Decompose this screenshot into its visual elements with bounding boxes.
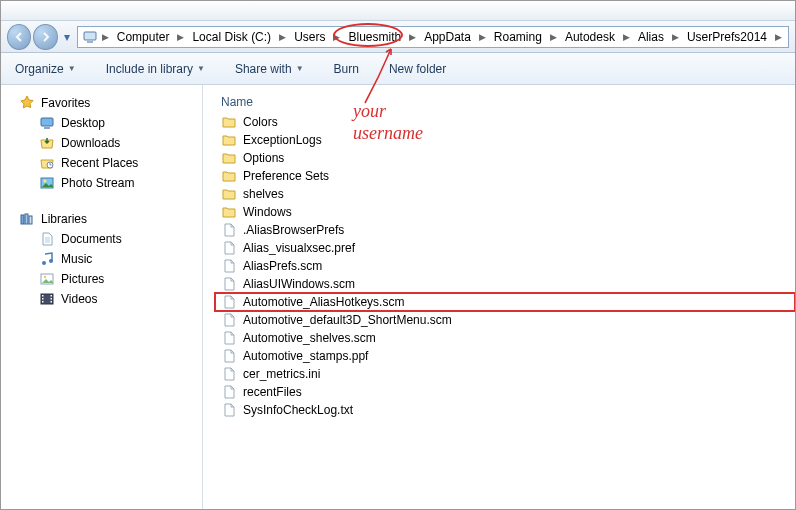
- svg-point-11: [49, 259, 53, 263]
- folder-row[interactable]: Preference Sets: [215, 167, 795, 185]
- file-row[interactable]: SysInfoCheckLog.txt: [215, 401, 795, 419]
- folder-row[interactable]: shelves: [215, 185, 795, 203]
- breadcrumb-box[interactable]: ▶ Computer ▶ Local Disk (C:) ▶ Users ▶ B…: [77, 26, 789, 48]
- arrow-right-icon: [40, 31, 52, 43]
- share-with-button[interactable]: Share with▼: [231, 58, 308, 80]
- nav-item-label: Pictures: [61, 272, 104, 286]
- nav-back-button[interactable]: [7, 24, 31, 50]
- star-icon: [19, 95, 35, 111]
- file-row[interactable]: Alias_visualxsec.pref: [215, 239, 795, 257]
- file-row[interactable]: Automotive_default3D_ShortMenu.scm: [215, 311, 795, 329]
- nav-forward-button[interactable]: [33, 24, 57, 50]
- folder-icon: [221, 186, 237, 202]
- nav-item-documents[interactable]: Documents: [1, 229, 202, 249]
- music-icon: [39, 251, 55, 267]
- burn-button[interactable]: Burn: [330, 58, 363, 80]
- file-row[interactable]: cer_metrics.ini: [215, 365, 795, 383]
- svg-point-6: [44, 180, 47, 183]
- chevron-right-icon[interactable]: ▶: [331, 32, 342, 42]
- file-list-pane: Name ColorsExceptionLogsOptionsPreferenc…: [203, 85, 795, 509]
- chevron-right-icon[interactable]: ▶: [407, 32, 418, 42]
- address-bar: ▾ ▶ Computer ▶ Local Disk (C:) ▶ Users ▶…: [1, 21, 795, 53]
- item-name: Automotive_shelves.scm: [243, 331, 376, 345]
- item-name: AliasPrefs.scm: [243, 259, 322, 273]
- file-row[interactable]: Automotive_shelves.scm: [215, 329, 795, 347]
- column-header-name[interactable]: Name: [215, 91, 795, 113]
- breadcrumb-item[interactable]: Bluesmith: [344, 28, 405, 46]
- nav-item-label: Desktop: [61, 116, 105, 130]
- item-name: cer_metrics.ini: [243, 367, 320, 381]
- file-icon: [221, 258, 237, 274]
- breadcrumb-item[interactable]: Autodesk: [561, 28, 619, 46]
- file-row[interactable]: Automotive_AliasHotkeys.scm: [215, 293, 795, 311]
- svg-rect-16: [42, 298, 44, 300]
- breadcrumb-item[interactable]: Users: [290, 28, 329, 46]
- item-name: Colors: [243, 115, 278, 129]
- svg-rect-17: [42, 301, 44, 303]
- chevron-right-icon[interactable]: ▶: [670, 32, 681, 42]
- folder-row[interactable]: ExceptionLogs: [215, 131, 795, 149]
- chevron-right-icon[interactable]: ▶: [477, 32, 488, 42]
- libraries-group[interactable]: Libraries: [1, 209, 202, 229]
- svg-rect-18: [51, 295, 53, 297]
- chevron-right-icon[interactable]: ▶: [773, 32, 784, 42]
- item-name: recentFiles: [243, 385, 302, 399]
- file-icon: [221, 240, 237, 256]
- folder-row[interactable]: Windows: [215, 203, 795, 221]
- videos-icon: [39, 291, 55, 307]
- chevron-right-icon[interactable]: ▶: [621, 32, 632, 42]
- breadcrumb-item[interactable]: UserPrefs2014: [683, 28, 771, 46]
- file-icon: [221, 330, 237, 346]
- nav-item-photostream[interactable]: Photo Stream: [1, 173, 202, 193]
- nav-item-recent[interactable]: Recent Places: [1, 153, 202, 173]
- favorites-group[interactable]: Favorites: [1, 93, 202, 113]
- nav-item-label: Recent Places: [61, 156, 138, 170]
- documents-icon: [39, 231, 55, 247]
- nav-item-downloads[interactable]: Downloads: [1, 133, 202, 153]
- svg-rect-0: [84, 32, 96, 40]
- file-icon: [221, 222, 237, 238]
- item-name: Options: [243, 151, 284, 165]
- folder-row[interactable]: Options: [215, 149, 795, 167]
- item-name: Preference Sets: [243, 169, 329, 183]
- file-row[interactable]: .AliasBrowserPrefs: [215, 221, 795, 239]
- nav-item-videos[interactable]: Videos: [1, 289, 202, 309]
- breadcrumb-item[interactable]: Alias: [634, 28, 668, 46]
- libraries-icon: [19, 211, 35, 227]
- nav-item-label: Downloads: [61, 136, 120, 150]
- folder-icon: [221, 150, 237, 166]
- folder-icon: [221, 204, 237, 220]
- chevron-right-icon[interactable]: ▶: [277, 32, 288, 42]
- chevron-right-icon[interactable]: ▶: [100, 32, 111, 42]
- file-icon: [221, 366, 237, 382]
- nav-history-dropdown[interactable]: ▾: [60, 30, 75, 44]
- new-folder-button[interactable]: New folder: [385, 58, 450, 80]
- breadcrumb-item[interactable]: Computer: [113, 28, 174, 46]
- svg-rect-20: [51, 301, 53, 303]
- file-row[interactable]: AliasUIWindows.scm: [215, 275, 795, 293]
- file-row[interactable]: recentFiles: [215, 383, 795, 401]
- item-name: AliasUIWindows.scm: [243, 277, 355, 291]
- file-row[interactable]: AliasPrefs.scm: [215, 257, 795, 275]
- breadcrumb-item[interactable]: Roaming: [490, 28, 546, 46]
- breadcrumb-item[interactable]: Local Disk (C:): [188, 28, 275, 46]
- organize-button[interactable]: Organize▼: [11, 58, 80, 80]
- breadcrumb-item[interactable]: AppData: [420, 28, 475, 46]
- nav-item-desktop[interactable]: Desktop: [1, 113, 202, 133]
- svg-rect-7: [21, 215, 24, 224]
- file-icon: [221, 294, 237, 310]
- file-row[interactable]: Automotive_stamps.ppf: [215, 347, 795, 365]
- arrow-left-icon: [13, 31, 25, 43]
- chevron-right-icon[interactable]: ▶: [548, 32, 559, 42]
- svg-rect-3: [44, 127, 50, 129]
- chevron-right-icon[interactable]: ▶: [175, 32, 186, 42]
- svg-point-10: [42, 261, 46, 265]
- include-in-library-button[interactable]: Include in library▼: [102, 58, 209, 80]
- nav-item-pictures[interactable]: Pictures: [1, 269, 202, 289]
- folder-row[interactable]: Colors: [215, 113, 795, 131]
- libraries-label: Libraries: [41, 212, 87, 226]
- nav-item-label: Music: [61, 252, 92, 266]
- photo-stream-icon: [39, 175, 55, 191]
- nav-item-music[interactable]: Music: [1, 249, 202, 269]
- svg-rect-15: [42, 295, 44, 297]
